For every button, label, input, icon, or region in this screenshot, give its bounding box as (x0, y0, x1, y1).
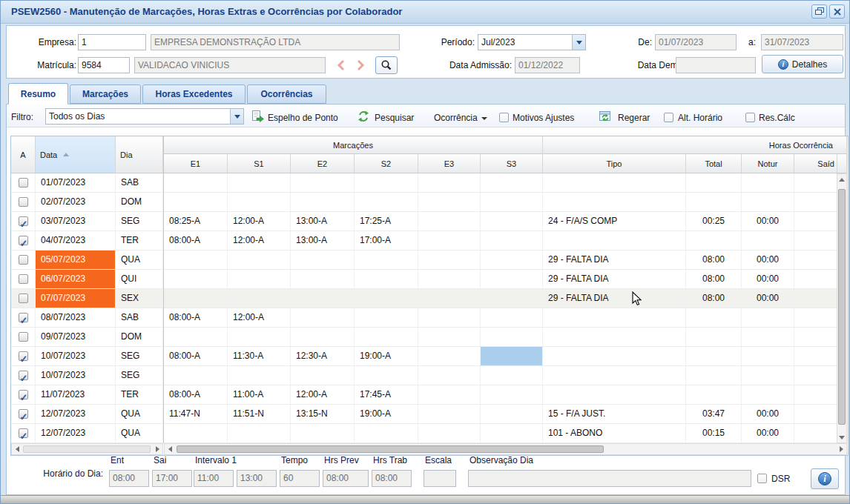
ocorrencia-said-cell[interactable] (794, 231, 837, 251)
left-hscrollbar[interactable] (11, 443, 163, 455)
ocorrencia-said-cell[interactable] (794, 366, 837, 385)
ocorrencia-total-cell[interactable]: 03:47 (686, 405, 742, 424)
left-hscroll-thumb[interactable] (23, 445, 151, 453)
ocorrencia-total-cell[interactable] (686, 193, 742, 212)
marcacao-cell-e2[interactable] (291, 289, 355, 308)
column-header-total[interactable]: Total (686, 154, 742, 173)
row-checkbox-cell[interactable] (11, 308, 36, 328)
previous-employee-button[interactable] (334, 58, 349, 73)
table-row[interactable]: 10/07/2023SEG (11, 366, 163, 385)
marcacao-cell-e1[interactable] (164, 328, 228, 347)
marcacao-cell-s2[interactable] (355, 328, 418, 347)
marcacao-cell-s1[interactable] (228, 270, 291, 289)
ocorrencia-said-cell[interactable] (794, 173, 837, 193)
ocorrencia-notur-cell[interactable] (742, 173, 794, 193)
date-cell[interactable]: 02/07/2023 (36, 193, 116, 212)
marcacao-cell-e2[interactable] (291, 366, 355, 385)
marcacao-cell-e1[interactable] (164, 424, 228, 443)
date-cell[interactable]: 03/07/2023 (36, 212, 116, 231)
table-row[interactable]: 07/07/2023SEX (11, 289, 163, 308)
ocorrencia-said-cell[interactable] (794, 308, 837, 328)
row-checkbox[interactable] (19, 428, 28, 438)
vscrollbar[interactable] (837, 173, 847, 443)
ocorrencia-total-cell[interactable] (686, 308, 742, 328)
row-checkbox-cell[interactable] (11, 385, 36, 405)
column-header-data[interactable]: Data (36, 136, 116, 173)
periodo-combobox[interactable]: Jul/2023 (478, 34, 586, 50)
marcacao-cell-s1[interactable] (228, 251, 291, 270)
day-cell[interactable]: DOM (116, 193, 163, 212)
date-cell[interactable]: 04/07/2023 (36, 231, 116, 251)
ocorrencia-said-cell[interactable] (794, 424, 837, 443)
tab-horas-excedentes[interactable]: Horas Excedentes (142, 84, 246, 104)
row-checkbox[interactable] (19, 390, 28, 399)
day-cell[interactable]: SEG (116, 366, 163, 385)
marcacao-cell-e1[interactable]: 11:47-N (164, 405, 228, 424)
marcacao-cell-e2[interactable]: 12:00-A (291, 385, 355, 405)
marcacao-cell-s1[interactable] (228, 193, 291, 212)
dsr-checkbox[interactable] (757, 474, 767, 483)
marcacao-cell-s3[interactable] (481, 308, 543, 328)
row-checkbox-cell[interactable] (11, 328, 36, 347)
marcacao-cell-e1[interactable] (164, 366, 228, 385)
row-checkbox[interactable] (19, 178, 28, 188)
marcacao-cell-e3[interactable] (418, 366, 481, 385)
row-checkbox[interactable] (19, 274, 28, 284)
day-cell[interactable]: SEG (116, 212, 163, 231)
row-checkbox-cell[interactable] (11, 173, 36, 193)
marcacao-cell-s3[interactable] (481, 231, 543, 251)
marcacao-cell-e2[interactable] (291, 308, 355, 328)
row-checkbox[interactable] (19, 197, 28, 207)
marcacao-cell-s3[interactable] (481, 366, 543, 385)
main-hscroll-right-arrow[interactable] (837, 445, 846, 454)
row-checkbox-cell[interactable] (11, 405, 36, 424)
ocorrencia-notur-cell[interactable] (742, 308, 794, 328)
ocorrencia-tipo-cell[interactable]: 24 - F/A/S COMP (543, 212, 686, 231)
close-button[interactable] (829, 4, 845, 19)
table-row[interactable] (164, 366, 847, 385)
pesquisar-button[interactable]: Pesquisar (375, 112, 414, 124)
marcacao-cell-e2[interactable]: 13:00-A (291, 231, 355, 251)
marcacao-cell-s1[interactable]: 11:30-A (228, 347, 291, 366)
marcacao-cell-e3[interactable] (418, 270, 481, 289)
motivos-ajustes-checkbox[interactable] (499, 113, 509, 122)
marcacao-cell-s3[interactable] (481, 347, 543, 366)
ocorrencia-tipo-cell[interactable]: 29 - FALTA DIA (543, 289, 686, 308)
day-cell[interactable]: QUA (116, 424, 163, 443)
ocorrencia-notur-cell[interactable]: 00:00 (742, 251, 794, 270)
marcacao-cell-e3[interactable] (418, 193, 481, 212)
ocorrencia-tipo-cell[interactable]: 29 - FALTA DIA (543, 270, 686, 289)
date-cell[interactable]: 09/07/2023 (36, 328, 116, 347)
date-cell[interactable]: 06/07/2023 (36, 270, 116, 289)
ocorrencia-notur-cell[interactable]: 00:00 (742, 424, 794, 443)
marcacao-cell-s2[interactable]: 19:00-A (355, 347, 418, 366)
table-row[interactable]: 10/07/2023SEG (11, 347, 163, 366)
marcacao-cell-s1[interactable]: 11:51-N (228, 405, 291, 424)
day-cell[interactable]: TER (116, 385, 163, 405)
marcacao-cell-s3[interactable] (481, 424, 543, 443)
table-row[interactable]: 08:00-A12:00-A (164, 308, 847, 328)
column-header-s2[interactable]: S2 (355, 154, 418, 173)
marcacao-cell-s3[interactable] (481, 270, 543, 289)
marcacao-cell-e3[interactable] (418, 347, 481, 366)
date-cell[interactable]: 10/07/2023 (36, 366, 116, 385)
table-row[interactable]: 04/07/2023TER (11, 231, 163, 251)
marcacao-cell-s3[interactable] (481, 289, 543, 308)
marcacao-cell-e3[interactable] (418, 405, 481, 424)
row-checkbox[interactable] (19, 332, 28, 342)
table-row[interactable]: 08:00-A11:00-A12:00-A17:45-A (164, 385, 847, 405)
row-checkbox-cell[interactable] (11, 270, 36, 289)
periodo-dropdown-trigger[interactable] (572, 35, 585, 50)
marcacao-cell-e1[interactable] (164, 289, 228, 308)
day-cell[interactable]: SEG (116, 347, 163, 366)
column-header-notur[interactable]: Notur (742, 154, 794, 173)
ocorrencia-tipo-cell[interactable] (543, 308, 686, 328)
column-header-e1[interactable]: E1 (164, 154, 228, 173)
ocorrencia-said-cell[interactable] (794, 405, 837, 424)
marcacao-cell-e2[interactable] (291, 328, 355, 347)
marcacao-cell-e1[interactable]: 08:25-A (164, 212, 228, 231)
main-hscroll-thumb[interactable] (177, 445, 604, 453)
ocorrencia-total-cell[interactable]: 00:25 (686, 212, 742, 231)
marcacao-cell-s1[interactable]: 11:00-A (228, 385, 291, 405)
column-header-said[interactable]: Saíd (794, 154, 837, 173)
